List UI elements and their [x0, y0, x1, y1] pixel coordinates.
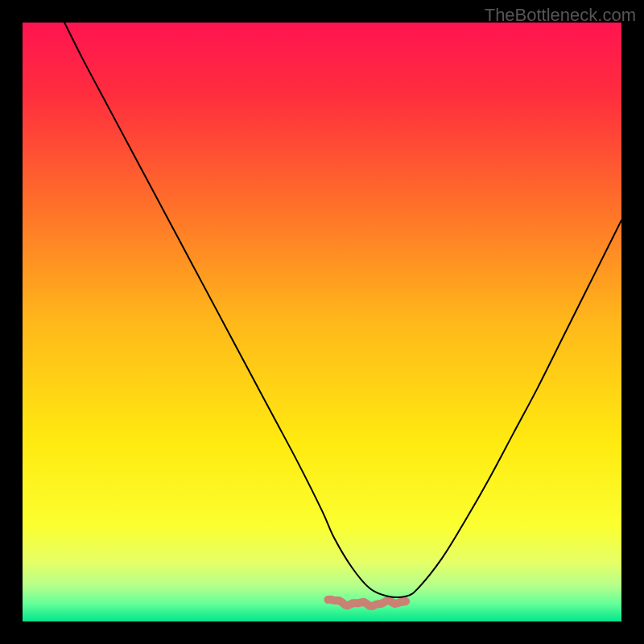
watermark-label: TheBottleneck.com: [485, 5, 636, 26]
bottleneck-chart: [23, 23, 621, 621]
chart-frame: TheBottleneck.com: [0, 0, 644, 644]
gradient-background: [23, 23, 621, 621]
marker-band: [328, 600, 406, 606]
